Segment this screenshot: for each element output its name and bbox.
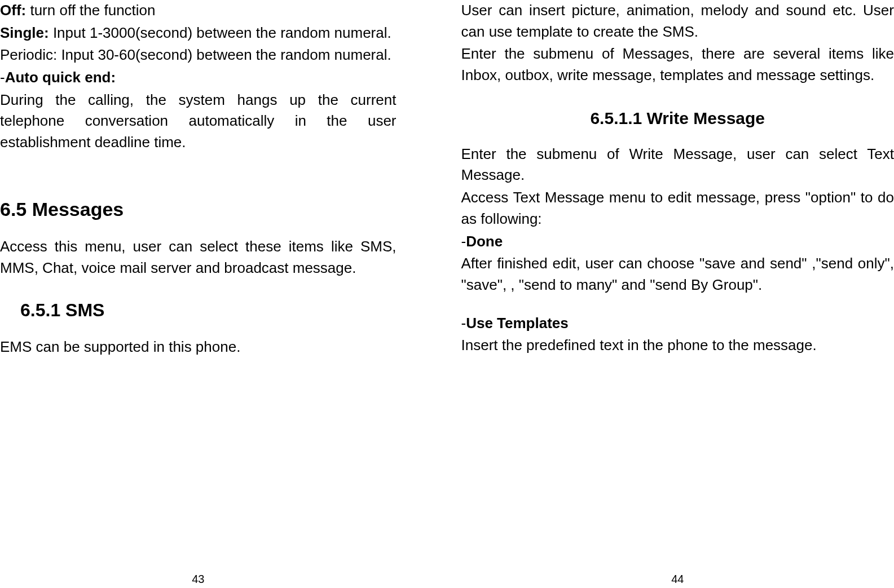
autoquick-label: Auto quick end: [5, 69, 116, 86]
off-line: Off: turn off the function [0, 0, 397, 21]
templates-label: Use Templates [466, 315, 569, 331]
single-text: Input 1-3000(second) between the random … [49, 24, 391, 41]
autoquick-dash: - [0, 69, 5, 86]
heading-sms: 6.5.1 SMS [0, 300, 397, 321]
page-right: User can insert picture, animation, melo… [447, 0, 895, 588]
done-label: Done [466, 233, 503, 250]
templates-dash: - [461, 315, 466, 331]
heading-messages: 6.5 Messages [0, 198, 397, 220]
single-label: Single: [0, 24, 49, 41]
heading-write-message: 6.5.1.1 Write Message [461, 109, 895, 128]
right-intro2: Enter the submenu of Messages, there are… [461, 43, 895, 86]
templates-heading: -Use Templates [461, 313, 895, 334]
autoquick-heading: -Auto quick end: [0, 67, 397, 89]
single-line: Single: Input 1-3000(second) between the… [0, 23, 397, 44]
ems-text: EMS can be supported in this phone. [0, 337, 397, 358]
writemsg2: Access Text Message menu to edit message… [461, 187, 895, 229]
off-label: Off: [0, 2, 26, 19]
done-heading: -Done [461, 231, 895, 253]
page-number-left: 43 [0, 573, 447, 586]
messages-intro: Access this menu, user can select these … [0, 236, 397, 278]
writemsg1: Enter the submenu of Write Message, user… [461, 144, 895, 186]
page-number-right: 44 [447, 573, 895, 586]
periodic-line: Periodic: Input 30-60(second) between th… [0, 45, 397, 66]
templates-text: Insert the predefined text in the phone … [461, 335, 895, 356]
autoquick-text: During the calling, the system hangs up … [0, 90, 397, 153]
off-text: turn off the function [26, 2, 155, 19]
right-intro1: User can insert picture, animation, melo… [461, 0, 895, 42]
done-text: After finished edit, user can choose "sa… [461, 253, 895, 295]
done-dash: - [461, 233, 466, 250]
page-left: Off: turn off the function Single: Input… [0, 0, 447, 588]
